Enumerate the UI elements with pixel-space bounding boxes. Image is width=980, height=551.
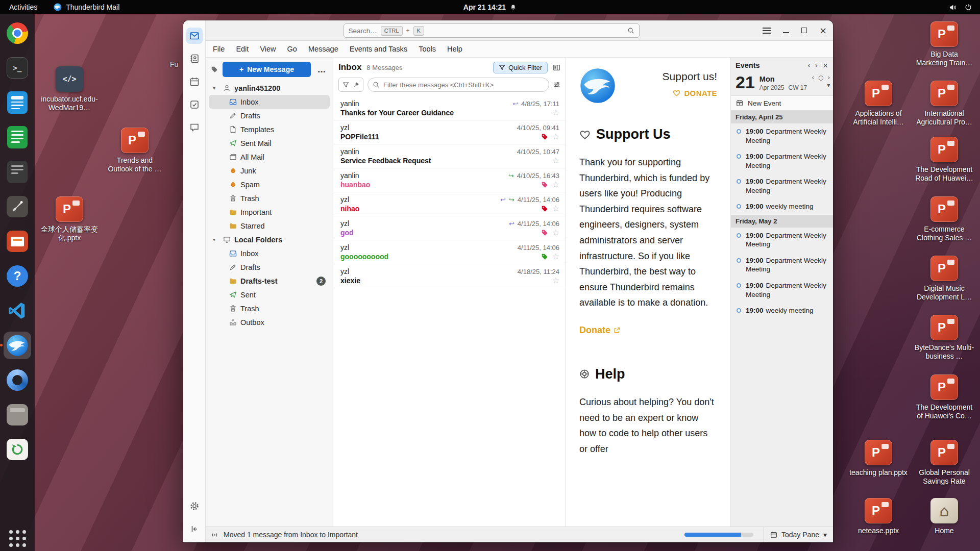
desktop-icon-ppt[interactable]: P Big Data Marketing Train… [914, 21, 975, 67]
menu-message[interactable]: Message [303, 43, 344, 55]
desktop-icon-ppt[interactable]: P netease.pptx [848, 498, 909, 535]
desktop-icon-ppt[interactable]: P 全球个人储蓄率变化.pptx [39, 196, 100, 242]
date-prev-button[interactable]: ‹ [812, 74, 814, 81]
event-item[interactable]: 19:00Department Weekly Meeting [731, 148, 833, 173]
message-row[interactable]: yanlin ↩4/8/25, 17:11 Thanks for Your Ca… [333, 96, 566, 120]
events-close-button[interactable]: × [822, 61, 828, 69]
star-icon[interactable]: ☆ [552, 133, 559, 141]
events-next-button[interactable]: › [815, 61, 818, 69]
events-prev-button[interactable]: ‹ [807, 61, 811, 69]
app-menu-icon[interactable] [763, 30, 771, 31]
menu-help[interactable]: Help [442, 43, 468, 55]
dock-archive-manager-icon[interactable] [4, 401, 31, 429]
space-addressbook-button[interactable] [186, 51, 203, 67]
message-row[interactable]: yzl 4/10/25, 09:41 POPFile111 ☆ [333, 120, 566, 144]
system-tray[interactable] [941, 0, 980, 14]
dock-text-editor-icon[interactable] [4, 158, 31, 186]
desktop-icon-ppt[interactable]: P teaching plan.pptx [848, 440, 909, 477]
local-folder-outbox[interactable]: Outbox [209, 315, 330, 329]
dock-gimp-icon[interactable] [4, 193, 31, 220]
focused-app-menu[interactable]: Thunderbird Mail [46, 0, 127, 14]
desktop-icon-ppt[interactable]: P The Development Road of Huawei… [914, 137, 975, 183]
star-icon[interactable]: ☆ [552, 229, 559, 237]
local-folder-drafts[interactable]: Drafts [209, 260, 330, 274]
quick-filter-buttons[interactable] [338, 78, 363, 92]
folder-drafts[interactable]: Drafts [209, 109, 330, 122]
message-row[interactable]: yzl 4/18/25, 11:24 xiexie ☆ [333, 264, 566, 288]
space-chat-button[interactable] [186, 119, 203, 136]
minimize-button[interactable] [783, 32, 789, 33]
desktop-icon-ppt[interactable]: P International Agricultural Pro… [914, 81, 975, 127]
folder-sent-mail[interactable]: Sent Mail [209, 136, 330, 150]
event-item[interactable]: 19:00weekly meeting [731, 303, 833, 319]
star-icon[interactable]: ☆ [552, 157, 559, 165]
space-mail-button[interactable] [186, 28, 203, 44]
chevron-down-icon[interactable]: ▾ [213, 85, 219, 91]
desktop-icon-ppt[interactable]: P Global Personal Savings Rate Ch… [914, 440, 975, 486]
local-folders-row[interactable]: ▾ Local Folders [209, 233, 330, 246]
menu-events-tasks[interactable]: Events and Tasks [345, 43, 412, 55]
message-row[interactable]: yanlin 4/10/25, 10:47 Service Feedback R… [333, 144, 566, 168]
folder-spam[interactable]: Spam [209, 178, 330, 191]
dock-writer-icon[interactable] [4, 89, 31, 116]
dock-thunderbird-icon[interactable] [4, 332, 31, 359]
donate-button[interactable]: DONATE [663, 89, 717, 97]
menu-tools[interactable]: Tools [413, 43, 441, 55]
new-message-button[interactable]: + New Message [223, 62, 311, 77]
star-icon[interactable]: ☆ [552, 205, 559, 213]
today-pane-toggle[interactable]: Today Pane ▾ [764, 527, 833, 542]
event-item[interactable]: 19:00Department Weekly Meeting [731, 123, 833, 148]
desktop-icon-ppt[interactable]: P Digital Music Development L… [914, 256, 975, 302]
close-button[interactable]: × [819, 26, 827, 35]
space-tasks-button[interactable] [186, 96, 203, 113]
message-list-display-options-icon[interactable] [553, 64, 560, 71]
event-item[interactable]: 19:00Department Weekly Meeting [731, 253, 833, 278]
filter-messages-input[interactable] [368, 78, 549, 92]
folder-pane-tag-icon[interactable] [211, 66, 218, 73]
event-item[interactable]: 19:00Department Weekly Meeting [731, 278, 833, 303]
folder-important[interactable]: Important [209, 205, 330, 219]
folder-trash[interactable]: Trash [209, 191, 330, 205]
dock-calc-icon[interactable] [4, 123, 31, 151]
menu-edit[interactable]: Edit [231, 43, 254, 55]
desktop-icon-ppt[interactable]: P E-commerce Clothing Sales … [914, 196, 975, 242]
desktop-icon-ppt[interactable]: P Trends and Outlook of the … [104, 128, 165, 173]
show-applications-button[interactable] [4, 519, 31, 547]
folder-starred[interactable]: Starred [209, 219, 330, 233]
quick-filter-toggle[interactable]: Quick Filter [493, 62, 548, 73]
dock-help-icon[interactable]: ? [4, 262, 31, 290]
dock-vscode-icon[interactable] [4, 297, 31, 324]
folder-junk[interactable]: Junk [209, 164, 330, 178]
message-row[interactable]: yanlin ↪4/10/25, 16:43 huanbao ☆ [333, 168, 566, 192]
maximize-button[interactable] [801, 28, 807, 33]
dock-terminal-icon[interactable]: >_ [4, 54, 31, 82]
folder-account-row[interactable]: ▾ yanlin451200 [209, 81, 330, 95]
desktop-icon-ppt[interactable]: P The Development of Huawei's Co… [914, 374, 975, 420]
filter-options-icon[interactable] [553, 81, 560, 88]
event-item[interactable]: 19:00weekly meeting [731, 198, 833, 215]
chevron-down-icon[interactable]: ▾ [213, 237, 219, 242]
menu-go[interactable]: Go [282, 43, 302, 55]
clock-button[interactable]: Apr 21 14:21 [463, 0, 517, 14]
folder-templates[interactable]: Templates [209, 122, 330, 136]
menu-view[interactable]: View [255, 43, 281, 55]
local-folder-drafts-test[interactable]: Drafts-test 2 [209, 274, 330, 288]
folder-pane-more-button[interactable]: … [315, 65, 328, 74]
date-today-button[interactable]: ○ [818, 74, 823, 81]
local-folder-inbox[interactable]: Inbox [209, 246, 330, 260]
date-next-button[interactable]: › [828, 74, 830, 81]
settings-button[interactable] [186, 498, 203, 514]
star-icon[interactable]: ☆ [552, 277, 559, 285]
desktop-icon-ppt[interactable]: P Applications of Artificial Intelli… [848, 81, 909, 127]
message-row[interactable]: yzl ↩4/11/25, 14:06 god ☆ [333, 216, 566, 240]
local-folder-sent[interactable]: Sent [209, 288, 330, 302]
activities-button[interactable]: Activities [0, 0, 46, 14]
space-calendar-button[interactable] [186, 73, 203, 90]
dock-browser-swirl-icon[interactable] [4, 366, 31, 394]
event-item[interactable]: 19:00Department Weekly Meeting [731, 173, 833, 198]
message-row[interactable]: yzl ↩↪4/11/25, 14:06 nihao ☆ [333, 192, 566, 216]
date-expand-button[interactable]: ▾ [827, 82, 830, 89]
star-icon[interactable]: ☆ [552, 181, 559, 189]
dock-impress-icon[interactable] [4, 228, 31, 255]
star-icon[interactable]: ☆ [552, 253, 559, 261]
